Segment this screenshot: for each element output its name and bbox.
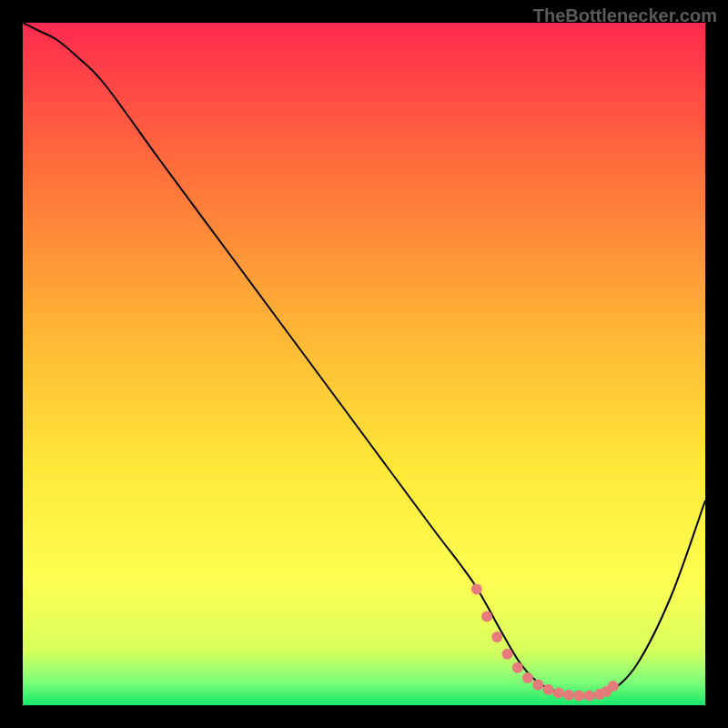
chart-container: TheBottlenecker.com [0, 0, 728, 728]
chart-plot [23, 23, 705, 705]
marker-dot [573, 691, 584, 702]
marker-dot [512, 662, 523, 673]
marker-dot [608, 681, 619, 692]
marker-dot [471, 584, 482, 595]
marker-dot [543, 684, 554, 695]
gradient-background [23, 23, 705, 705]
marker-dot [532, 680, 543, 691]
marker-dot [522, 672, 533, 683]
marker-dot [502, 649, 513, 660]
watermark-text: TheBottlenecker.com [533, 5, 717, 26]
marker-dot [491, 632, 502, 642]
marker-dot [553, 688, 564, 699]
marker-dot [481, 612, 492, 622]
marker-dot [584, 691, 595, 702]
marker-dot [563, 690, 574, 701]
